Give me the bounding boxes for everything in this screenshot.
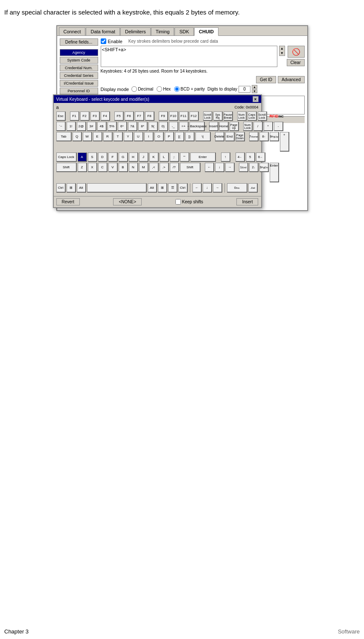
key-insert[interactable]: Insert xyxy=(209,122,218,131)
key-num-plus[interactable]: + xyxy=(280,132,289,152)
vk-close-button[interactable]: × xyxy=(253,96,259,102)
key-scroll-lock[interactable]: ScrollLock xyxy=(203,111,213,121)
scroll-up-arrow[interactable]: ▲ xyxy=(280,46,284,51)
revert-button[interactable]: Revert xyxy=(56,198,80,205)
scrollbar-vertical[interactable]: ▲ ▼ xyxy=(279,46,285,56)
key-f11[interactable]: F11 xyxy=(179,111,189,121)
key-alt-left[interactable]: Alt xyxy=(77,183,86,193)
digits-input[interactable] xyxy=(239,86,250,93)
key-shift-left[interactable]: Shift xyxy=(56,163,77,172)
sidebar-item-credential-series[interactable]: Credential Series xyxy=(60,72,98,79)
key-num-enter[interactable]: Enter xyxy=(270,163,279,182)
key-e[interactable]: E xyxy=(93,132,102,141)
key-end[interactable]: End xyxy=(225,132,235,141)
key-period[interactable]: .> xyxy=(160,163,169,172)
key-num-3[interactable]: 3PgDn xyxy=(259,163,269,172)
tab-timing[interactable]: Timing xyxy=(151,27,175,35)
key-f2[interactable]: F2 xyxy=(80,111,90,121)
key-i[interactable]: I xyxy=(144,132,154,141)
key-n[interactable]: N xyxy=(129,163,138,172)
key-backtick[interactable]: `~ xyxy=(56,122,66,131)
key-minus[interactable]: -_ xyxy=(169,122,178,131)
key-enter[interactable]: Enter xyxy=(190,152,216,162)
key-arrow-right2[interactable]: → xyxy=(213,183,222,193)
key-num-8[interactable]: 8↑ xyxy=(259,132,269,141)
key-v[interactable]: V xyxy=(108,163,118,172)
key-num-1[interactable]: 1End xyxy=(239,163,248,172)
key-a[interactable]: A xyxy=(78,152,87,162)
sidebar-item-agency[interactable]: Agency xyxy=(60,49,98,56)
key-t[interactable]: T xyxy=(114,132,123,141)
key-d[interactable]: D xyxy=(98,152,108,162)
sidebar-item-credential-num[interactable]: Credential Num. xyxy=(60,64,98,71)
sidebar-item-icredential-issue[interactable]: I/Credential Issue xyxy=(60,80,98,87)
key-q[interactable]: Q xyxy=(73,132,82,141)
key-rbracket[interactable]: ]} xyxy=(185,132,195,141)
key-delete[interactable]: Delete xyxy=(215,132,224,141)
key-2[interactable]: 2@ xyxy=(77,122,86,131)
key-ctrl-right[interactable]: Ctrl xyxy=(178,183,188,193)
key-h[interactable]: H xyxy=(129,152,138,162)
key-f1[interactable]: F1 xyxy=(70,111,79,121)
advanced-button[interactable]: Advanced xyxy=(278,76,304,83)
key-num-2[interactable]: 2↓ xyxy=(249,163,259,172)
key-lbracket[interactable]: [{ xyxy=(175,132,184,141)
key-5[interactable]: 5% xyxy=(108,122,117,131)
key-f10[interactable]: F10 xyxy=(169,111,178,121)
key-space[interactable] xyxy=(87,183,147,193)
key-c[interactable]: C xyxy=(98,163,108,172)
key-caps-lock-num[interactable]: CapsLock xyxy=(248,111,257,121)
key-num-7[interactable]: 7Home xyxy=(249,132,259,141)
key-f4[interactable]: F4 xyxy=(101,111,110,121)
key-num-star[interactable]: * xyxy=(264,122,273,131)
key-p[interactable]: P xyxy=(165,132,174,141)
key-num-lock[interactable]: NumLock xyxy=(237,111,247,121)
key-num-0[interactable]: 0Ins xyxy=(227,183,248,193)
key-left-arrow[interactable]: ← xyxy=(205,163,214,172)
key-down-arrow[interactable]: ↓ xyxy=(215,163,224,172)
key-quote[interactable]: '" xyxy=(180,152,189,162)
key-home[interactable]: Home xyxy=(219,122,229,131)
get-id-button[interactable]: Get ID xyxy=(256,76,276,83)
key-f9[interactable]: F9 xyxy=(159,111,168,121)
key-win-left[interactable]: ⊞ xyxy=(67,183,76,193)
key-7[interactable]: 7& xyxy=(128,122,137,131)
sidebar-item-system-code[interactable]: System Code xyxy=(60,57,98,64)
radio-hex-input[interactable] xyxy=(157,86,162,92)
key-page-up[interactable]: PageUp xyxy=(230,122,239,131)
key-f6[interactable]: F6 xyxy=(125,111,134,121)
key-num-5[interactable]: 5 xyxy=(246,152,255,162)
key-l[interactable]: L xyxy=(160,152,169,162)
key-menu[interactable]: ☰ xyxy=(168,183,178,193)
key-m[interactable]: M xyxy=(139,163,149,172)
key-x[interactable]: X xyxy=(88,163,97,172)
key-num-dot[interactable]: .Del xyxy=(248,183,258,193)
tab-data-format[interactable]: Data format xyxy=(86,27,119,35)
radio-hex[interactable]: Hex xyxy=(157,86,171,92)
clear-button[interactable]: Clear xyxy=(287,59,305,66)
key-4[interactable]: 4$ xyxy=(97,122,107,131)
key-g[interactable]: G xyxy=(119,152,128,162)
key-comma[interactable]: ,< xyxy=(149,163,159,172)
key-alt-right[interactable]: Alt xyxy=(148,183,157,193)
key-k[interactable]: K xyxy=(149,152,159,162)
key-slash[interactable]: /? xyxy=(170,163,179,172)
tab-delimiters[interactable]: Delimiters xyxy=(120,27,151,35)
key-up-arrow[interactable]: ↑ xyxy=(221,152,230,162)
tab-chuid[interactable]: CHUID xyxy=(194,27,218,36)
insert-button[interactable]: Insert xyxy=(236,198,258,205)
key-9[interactable]: 9( xyxy=(149,122,158,131)
key-right-arrow[interactable]: → xyxy=(225,163,235,172)
key-r[interactable]: R xyxy=(103,132,113,141)
key-o[interactable]: O xyxy=(154,132,164,141)
key-page-down[interactable]: PageDown xyxy=(236,132,245,141)
key-backslash[interactable]: \| xyxy=(195,132,211,141)
icon-button[interactable]: 🚫 xyxy=(288,46,305,58)
keep-shifts-checkbox[interactable] xyxy=(175,199,181,205)
key-esc[interactable]: Esc xyxy=(56,111,66,121)
key-f12[interactable]: F12 xyxy=(189,111,199,121)
key-sys-rq[interactable]: SysRq xyxy=(213,111,223,121)
key-shift-right[interactable]: Shift xyxy=(180,163,201,172)
key-num-9[interactable]: 9PgUp xyxy=(270,132,279,141)
radio-bcd[interactable]: BCD + parity xyxy=(174,86,205,92)
